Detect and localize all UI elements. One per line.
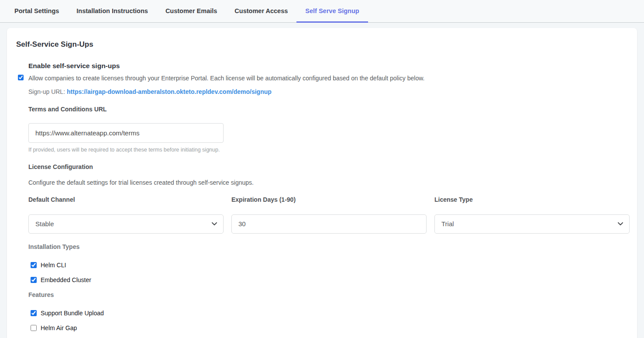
license-type-field: License Type Trial (434, 196, 630, 234)
terms-url-input[interactable] (28, 123, 224, 143)
license-type-label: License Type (434, 196, 630, 203)
enable-signups-row: Allow companies to create licenses throu… (18, 74, 628, 83)
features-label: Features (28, 291, 628, 298)
license-config-fields: Default Channel Stable Expiration Days (… (28, 196, 628, 234)
default-channel-select[interactable]: Stable (28, 214, 224, 234)
signup-url-link[interactable]: https://airgap-download-amberalston.okte… (67, 88, 272, 95)
expiration-days-input[interactable] (231, 214, 427, 234)
installation-type-option: Helm CLI (31, 262, 628, 269)
signup-url-row: Sign-up URL:https://airgap-download-ambe… (28, 88, 628, 95)
page-title: Self-Service Sign-Ups (16, 40, 628, 49)
settings-tab-bar: Portal Settings Installation Instruction… (0, 0, 644, 23)
tab-portal-settings[interactable]: Portal Settings (6, 0, 68, 23)
expiration-days-label: Expiration Days (1-90) (231, 196, 427, 203)
self-serve-signup-card: Self-Service Sign-Ups Enable self-servic… (7, 28, 637, 338)
enable-signups-heading: Enable self-service sign-ups (28, 62, 628, 70)
enable-signups-description: Allow companies to create licenses throu… (28, 74, 424, 83)
license-configuration-label: License Configuration (28, 163, 628, 170)
default-channel-label: Default Channel (28, 196, 224, 203)
embedded-cluster-label: Embedded Cluster (41, 276, 91, 283)
installation-types-label: Installation Types (28, 243, 628, 250)
default-channel-field: Default Channel Stable (28, 196, 224, 234)
expiration-days-field: Expiration Days (1-90) (231, 196, 427, 234)
license-configuration-description: Configure the default settings for trial… (28, 179, 628, 186)
helm-air-gap-label: Helm Air Gap (41, 324, 77, 331)
tab-self-serve-signup[interactable]: Self Serve Signup (296, 0, 368, 23)
installation-type-option: Embedded Cluster (31, 276, 628, 283)
signup-settings-section: Enable self-service sign-ups Allow compa… (28, 62, 628, 331)
installation-types-list: Helm CLI Embedded Cluster (31, 262, 628, 283)
helm-cli-checkbox[interactable] (31, 262, 37, 268)
support-bundle-upload-label: Support Bundle Upload (41, 310, 104, 317)
feature-option: Helm Air Gap (31, 324, 628, 331)
tab-customer-emails[interactable]: Customer Emails (157, 0, 226, 23)
helm-cli-label: Helm CLI (41, 262, 66, 269)
support-bundle-upload-checkbox[interactable] (31, 310, 37, 316)
enable-signups-checkbox[interactable] (18, 75, 24, 80)
features-list: Support Bundle Upload Helm Air Gap (31, 310, 628, 331)
page-body: Self-Service Sign-Ups Enable self-servic… (0, 23, 644, 338)
terms-url-helper: If provided, users will be required to a… (28, 147, 628, 153)
feature-option: Support Bundle Upload (31, 310, 628, 317)
helm-air-gap-checkbox[interactable] (31, 325, 37, 331)
tab-installation-instructions[interactable]: Installation Instructions (68, 0, 157, 23)
signup-url-label: Sign-up URL: (28, 88, 65, 95)
embedded-cluster-checkbox[interactable] (31, 277, 37, 283)
tab-customer-access[interactable]: Customer Access (226, 0, 296, 23)
terms-url-label: Terms and Conditions URL (28, 106, 628, 113)
license-type-select[interactable]: Trial (434, 214, 630, 234)
